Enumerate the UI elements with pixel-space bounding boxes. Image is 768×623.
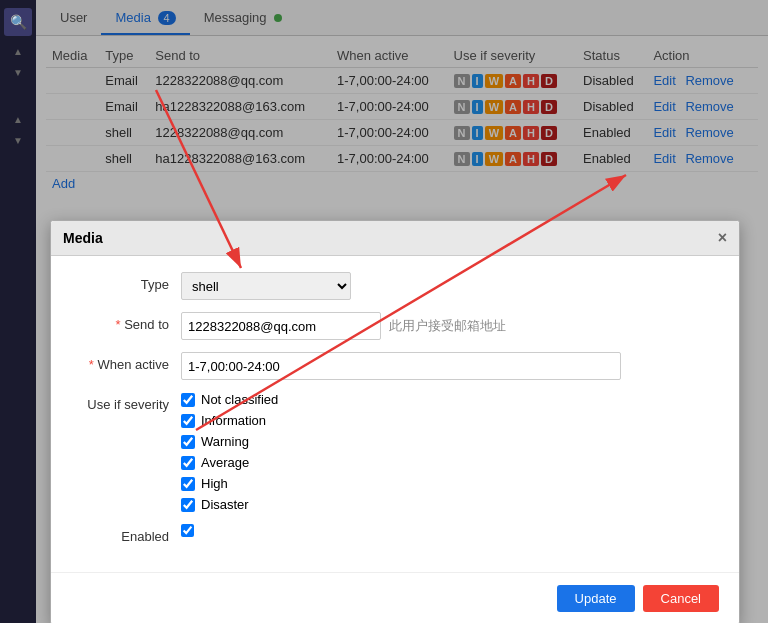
when-active-row: When active [71,352,719,380]
modal-body: Type Email shell SMS Send to 此用户接受邮箱地址 W… [51,256,739,572]
chevron-down2-icon[interactable]: ▼ [13,135,23,146]
sidebar: 🔍 ▲ ▼ ▲ ▼ [0,0,36,623]
update-button[interactable]: Update [557,585,635,612]
modal-close-button[interactable]: × [718,229,727,247]
send-to-control: 此用户接受邮箱地址 [181,312,719,340]
type-control: Email shell SMS [181,272,719,300]
severity-average-checkbox[interactable] [181,456,195,470]
type-label: Type [71,272,181,292]
type-select[interactable]: Email shell SMS [181,272,351,300]
severity-not-classified-checkbox[interactable] [181,393,195,407]
send-to-hint: 此用户接受邮箱地址 [389,317,506,335]
chevron-down-icon[interactable]: ▼ [13,67,23,78]
severity-information[interactable]: Information [181,413,719,428]
severity-information-checkbox[interactable] [181,414,195,428]
severity-high[interactable]: High [181,476,719,491]
enabled-checkbox[interactable] [181,524,194,537]
severity-warning[interactable]: Warning [181,434,719,449]
send-to-row: Send to 此用户接受邮箱地址 [71,312,719,340]
modal-footer: Update Cancel [51,572,739,623]
modal-title: Media [63,230,103,246]
chevron-up-icon[interactable]: ▲ [13,46,23,57]
type-row: Type Email shell SMS [71,272,719,300]
severity-high-checkbox[interactable] [181,477,195,491]
severity-disaster-checkbox[interactable] [181,498,195,512]
modal-header: Media × [51,221,739,256]
enabled-label: Enabled [71,524,181,544]
severity-checkboxes: Not classified Information Warning Avera… [181,392,719,512]
when-active-input[interactable] [181,352,621,380]
search-icon[interactable]: 🔍 [4,8,32,36]
severity-not-classified[interactable]: Not classified [181,392,719,407]
severity-warning-checkbox[interactable] [181,435,195,449]
when-active-control [181,352,719,380]
chevron-up2-icon[interactable]: ▲ [13,114,23,125]
severity-label: Use if severity [71,392,181,412]
enabled-control [181,524,719,540]
severity-average[interactable]: Average [181,455,719,470]
severity-disaster[interactable]: Disaster [181,497,719,512]
severity-control: Not classified Information Warning Avera… [181,392,719,512]
media-modal: Media × Type Email shell SMS Send to 此用户… [50,220,740,623]
cancel-button[interactable]: Cancel [643,585,719,612]
send-to-input[interactable] [181,312,381,340]
severity-row: Use if severity Not classified Informati… [71,392,719,512]
enabled-row: Enabled [71,524,719,544]
send-to-label: Send to [71,312,181,332]
when-active-label: When active [71,352,181,372]
